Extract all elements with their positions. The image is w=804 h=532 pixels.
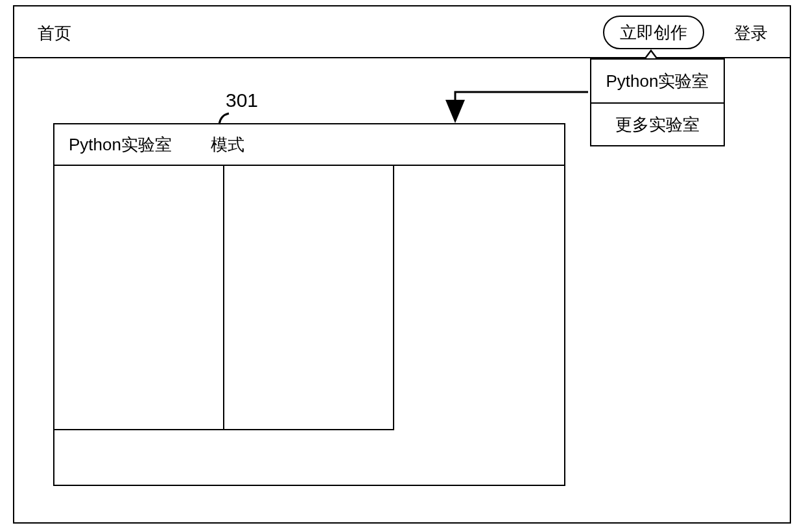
lab-panel-body: [54, 166, 564, 485]
lab-panel-title: Python实验室: [69, 133, 172, 156]
app-frame: 首页 立即创作 登录 Python实验室 更多实验室 Python实验室 模式: [13, 5, 791, 524]
panel-column-divider: [223, 166, 224, 429]
dropdown-item-label: Python实验室: [606, 70, 709, 93]
lab-panel: Python实验室 模式: [53, 123, 565, 486]
login-link[interactable]: 登录: [734, 22, 768, 45]
callout-number-301: 301: [226, 89, 258, 111]
create-button-label: 立即创作: [620, 21, 687, 44]
dropdown-item-label: 更多实验室: [615, 113, 700, 136]
dropdown-item-more-labs[interactable]: 更多实验室: [591, 102, 724, 145]
lab-panel-header: Python实验室 模式: [54, 124, 564, 166]
panel-row-divider: [54, 429, 394, 430]
home-link[interactable]: 首页: [38, 22, 71, 45]
create-button[interactable]: 立即创作: [603, 16, 704, 49]
create-dropdown: Python实验室 更多实验室: [590, 58, 725, 146]
dropdown-item-python-lab[interactable]: Python实验室: [591, 60, 724, 102]
top-bar: 首页 立即创作 登录: [14, 6, 790, 58]
panel-column-divider: [393, 166, 394, 429]
lab-panel-mode-label[interactable]: 模式: [211, 133, 244, 156]
